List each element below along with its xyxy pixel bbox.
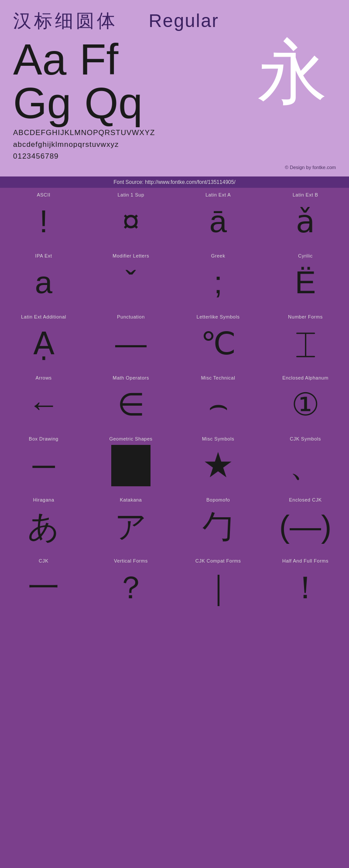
grid-cell: Vertical Forms？ (87, 554, 174, 615)
cell-char: ā (209, 201, 227, 242)
cell-label: Latin 1 Sup (117, 192, 144, 197)
latin-row-2: Gg Qq (13, 81, 249, 125)
source-bar: Font Source: http://www.fontke.com/font/… (0, 176, 349, 188)
latin-demo: Aa Ff Gg Qq (13, 37, 249, 125)
cell-char: ∈ (117, 384, 145, 425)
chinese-char-wrapper: 永 (249, 37, 336, 107)
cell-label: Half And Full Forms (282, 558, 328, 563)
cell-char: — (115, 323, 147, 364)
cell-char: 勹 (202, 506, 234, 547)
grid-cell: Misc Technical⌢ (174, 371, 262, 432)
cell-char: ℃ (201, 323, 236, 364)
cell-label: CJK (39, 558, 48, 563)
grid-cell: ASCII! (0, 188, 87, 249)
cell-char: Ạ (33, 323, 55, 364)
cell-char (111, 445, 151, 486)
grid-cell: Arrows← (0, 371, 87, 432)
title-english: Regular (149, 10, 219, 31)
cell-label: Greek (211, 253, 225, 258)
grid-cell: Enclosed Alphanum① (262, 371, 349, 432)
char-ff: Ff (79, 37, 118, 81)
grid-cell: CJK Compat Forms｜ (174, 554, 262, 615)
cell-label: Enclosed Alphanum (282, 375, 328, 380)
chinese-char: 永 (257, 37, 327, 107)
cell-label: Latin Ext A (205, 192, 231, 197)
grid-cell: Latin Ext Aā (174, 188, 262, 249)
cell-label: Misc Technical (201, 375, 235, 380)
lower-alphabet: abcdefghijklmnopqrstuvwxyz (13, 139, 336, 150)
cell-label: Katakana (120, 497, 142, 502)
cell-label: Geometric Shapes (109, 436, 152, 441)
grid-cell: Modifier Lettersˇ (87, 249, 174, 310)
cell-label: Misc Symbols (202, 436, 234, 441)
grid-cell: Latin Ext AdditionalẠ (0, 310, 87, 371)
cell-char: ★ (202, 445, 234, 486)
grid-cell: Punctuation— (87, 310, 174, 371)
cell-label: Letterlike Symbols (197, 314, 240, 319)
title-chinese: 汉标细圆体 (13, 10, 118, 31)
grid-cell: Greek; (174, 249, 262, 310)
grid-cell: Number Forms⌶ (262, 310, 349, 371)
cell-char: ？ (115, 567, 147, 608)
cell-label: Latin Ext B (293, 192, 318, 197)
header-section: 汉标细圆体 Regular Aa Ff Gg Qq 永 ABCDEFGHIJKL… (0, 0, 349, 176)
source-text: Font Source: http://www.fontke.com/font/… (113, 179, 236, 185)
grid-cell: Box Drawing─ (0, 432, 87, 493)
cell-label: Punctuation (117, 314, 145, 319)
cell-label: Modifier Letters (113, 253, 149, 258)
char-aa: Aa (13, 37, 66, 81)
grid-cell: Bopomofo勹 (174, 493, 262, 554)
upper-alphabet: ABCDEFGHIJKLMNOPQRSTUVWXYZ (13, 127, 336, 139)
grid-cell: Geometric Shapes (87, 432, 174, 493)
grid-cell: Latin Ext Bǎ (262, 188, 349, 249)
grid-cell: Enclosed CJK(—) (262, 493, 349, 554)
cell-char: ア (115, 506, 147, 547)
grid-cell: Misc Symbols★ (174, 432, 262, 493)
cell-char: ǎ (296, 201, 315, 242)
cell-char: ¤ (122, 201, 140, 242)
cell-char: a (35, 262, 52, 303)
latin-row-1: Aa Ff (13, 37, 249, 81)
cell-char: 一 (28, 567, 59, 608)
cell-label: Cyrilic (298, 253, 312, 258)
font-title: 汉标细圆体 Regular (13, 9, 336, 33)
cell-char: ! (39, 201, 48, 242)
digits: 0123456789 (13, 150, 336, 162)
cell-char: ！ (290, 567, 321, 608)
grid-cell: Math Operators∈ (87, 371, 174, 432)
cell-label: Hiragana (33, 497, 55, 502)
cell-label: Arrows (35, 375, 51, 380)
grid-cell: Katakanaア (87, 493, 174, 554)
alphabet-upper: ABCDEFGHIJKLMNOPQRSTUVWXYZ abcdefghijklm… (13, 127, 336, 163)
grid-cell: CyrilicЁ (262, 249, 349, 310)
grid-cell: Latin 1 Sup¤ (87, 188, 174, 249)
cell-label: CJK Compat Forms (195, 558, 241, 563)
cell-char: (—) (279, 506, 332, 547)
cell-char: ← (28, 384, 59, 425)
char-gg: Gg (13, 81, 71, 125)
cell-char: ˇ (126, 262, 136, 303)
cell-char: あ (27, 506, 60, 547)
cell-label: Number Forms (288, 314, 322, 319)
cell-char: Ё (295, 262, 316, 303)
cell-label: Latin Ext Additional (21, 314, 66, 319)
cell-char: ; (214, 262, 222, 303)
cell-label: Box Drawing (29, 436, 58, 441)
char-qq: Qq (84, 81, 142, 125)
grid-cell: Hiraganaあ (0, 493, 87, 554)
grid-cell: Half And Full Forms！ (262, 554, 349, 615)
cell-char: 、 (290, 445, 321, 486)
cell-label: Vertical Forms (114, 558, 147, 563)
cell-label: Enclosed CJK (289, 497, 322, 502)
character-grid: ASCII!Latin 1 Sup¤Latin Ext AāLatin Ext … (0, 188, 349, 615)
grid-cell: CJK Symbols、 (262, 432, 349, 493)
big-letters-row: Aa Ff Gg Qq 永 (13, 37, 336, 125)
copyright: © Design by fontke.com (13, 165, 336, 172)
cell-label: ASCII (37, 192, 50, 197)
cell-label: IPA Ext (35, 253, 52, 258)
cell-label: Math Operators (113, 375, 149, 380)
cell-label: Bopomofo (206, 497, 230, 502)
cell-char: ｜ (203, 567, 234, 608)
grid-cell: Letterlike Symbols℃ (174, 310, 262, 371)
grid-cell: CJK一 (0, 554, 87, 615)
